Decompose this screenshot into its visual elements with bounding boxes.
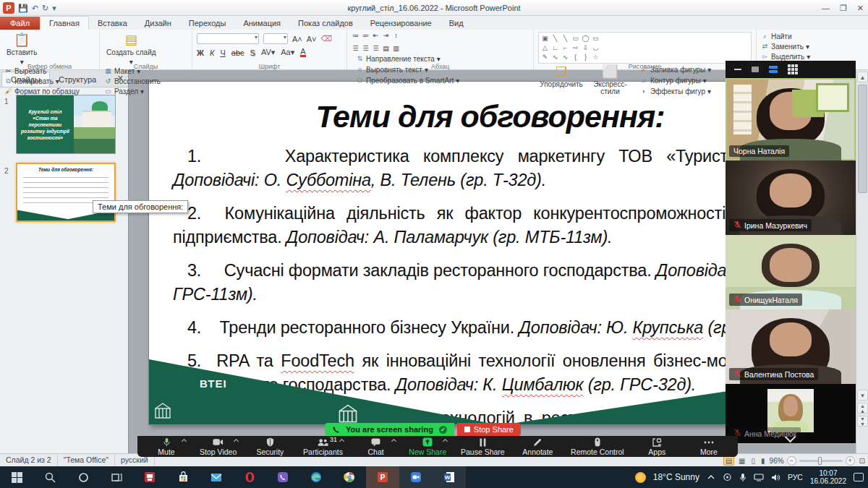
participants-button[interactable]: Participants31 — [303, 436, 343, 457]
stop-video-button[interactable]: Stop Video — [200, 436, 237, 457]
participant-tile[interactable]: Валентина Постова — [726, 309, 856, 384]
align-center-icon[interactable]: ☰ — [362, 45, 370, 53]
apps-button[interactable]: Apps — [638, 436, 676, 457]
security-button[interactable]: Security — [251, 436, 289, 457]
more-button[interactable]: More — [690, 436, 728, 457]
vertical-scrollbar[interactable]: ▲ ▼ ▲▲ ▼▼ — [856, 70, 868, 453]
change-case-icon[interactable]: Aa▾ — [281, 48, 294, 57]
columns-icon[interactable]: ▥ — [392, 45, 400, 53]
clear-formatting-icon[interactable]: ⌫ — [321, 34, 333, 43]
shape-icon[interactable]: ⇨ — [571, 43, 580, 52]
taskbar-mail-icon[interactable] — [200, 466, 233, 488]
participant-tile[interactable]: ОнищукНаталя — [726, 235, 856, 309]
ribbon-tab-вставка[interactable]: Вставка — [89, 17, 136, 30]
bullets-icon[interactable]: ≔ — [352, 32, 359, 40]
shape-icon[interactable]: ✎ — [540, 53, 550, 61]
close-button[interactable]: ✕ — [857, 2, 864, 14]
bold-icon[interactable]: Ж — [197, 48, 204, 57]
slide1-thumbnail[interactable]: Круглий стіл «Стан та перспективи розвит… — [16, 95, 116, 154]
annotate-button[interactable]: Annotate — [519, 436, 556, 457]
taskbar-powerpoint-icon[interactable]: P — [366, 466, 399, 488]
zoom-in-icon[interactable]: + — [846, 456, 855, 466]
ribbon-tab-рецензирование[interactable]: Рецензирование — [362, 17, 441, 30]
fit-to-window-icon[interactable]: ⊡ — [858, 457, 867, 465]
shape-icon[interactable]: ∟ — [550, 43, 560, 52]
section-button[interactable]: ▭Раздел ▾ — [104, 87, 161, 96]
collapse-videos-icon[interactable] — [786, 433, 796, 439]
mute-button[interactable]: Mute — [148, 436, 185, 457]
reset-button[interactable]: ↺Восстановить — [104, 77, 161, 86]
taskbar-zoom-app-icon[interactable] — [399, 466, 433, 488]
smartart-button[interactable]: ⬡Преобразовать в SmartArt ▾ — [356, 76, 459, 85]
character-spacing-icon[interactable]: AV▾ — [261, 48, 275, 57]
paste-button[interactable]: 📋Вставить▾ — [4, 32, 39, 67]
taskbar-edge-icon[interactable] — [299, 466, 333, 488]
normal-view-icon[interactable]: ▤ — [723, 456, 734, 466]
strikethrough-icon[interactable]: abc — [231, 48, 244, 57]
scroll-up-icon[interactable]: ▲ — [857, 72, 868, 82]
align-left-icon[interactable]: ☰ — [352, 45, 359, 53]
new-share-button[interactable]: New Share — [409, 436, 446, 457]
participant-tile[interactable]: Ірина Мазуркевич — [726, 160, 856, 235]
minimize-button[interactable]: — — [822, 2, 830, 14]
shape-icon[interactable]: { — [571, 53, 580, 61]
shape-icon[interactable]: △ — [540, 43, 550, 52]
font-size-combobox[interactable] — [263, 33, 288, 44]
chevron-up-icon[interactable] — [339, 439, 344, 442]
taskbar-onec-icon[interactable] — [133, 466, 166, 488]
line-spacing-icon[interactable]: ↕ — [392, 32, 400, 40]
replace-button[interactable]: ⇄Заменить ▾ — [761, 42, 810, 51]
reading-view-icon[interactable]: ▯ — [750, 457, 757, 465]
pause-share-button[interactable]: Pause Share — [461, 436, 505, 457]
taskbar-clock[interactable]: 10:0716.06.2022 — [810, 469, 846, 485]
ribbon-tab-главная[interactable]: Главная — [40, 16, 89, 30]
ribbon-tab-анимация[interactable]: Анимация — [234, 17, 289, 30]
remote-control-button[interactable]: Remote Control — [571, 436, 624, 457]
numbering-icon[interactable]: ≕ — [362, 32, 370, 40]
tray-mic-icon[interactable] — [739, 473, 746, 482]
increase-indent-icon[interactable]: ⇥ — [382, 32, 390, 40]
taskbar-start-button[interactable] — [0, 466, 33, 488]
weather-sun-icon[interactable] — [635, 472, 646, 483]
scroll-down-icon[interactable]: ▼ — [857, 390, 868, 401]
shape-icon[interactable]: ╲ — [561, 34, 570, 43]
shape-icon[interactable]: ∿ — [561, 53, 570, 61]
tray-app-icon[interactable] — [723, 473, 732, 481]
previous-slide-button[interactable]: ▲▲ — [857, 403, 868, 414]
ribbon-tab-вид[interactable]: Вид — [441, 17, 472, 30]
taskbar-chrome-icon[interactable] — [333, 466, 366, 488]
input-language[interactable]: РУС — [788, 473, 803, 481]
underline-icon[interactable]: Ч — [220, 48, 225, 57]
find-button[interactable]: ⌕Найти — [761, 32, 810, 41]
shapes-gallery[interactable]: ▣╲╲▭◯▭△∟⌐⇨⇩◡✎∿∿{}☆ — [538, 32, 752, 64]
ribbon-tab-файл[interactable]: Файл — [0, 17, 40, 30]
taskbar-store-icon[interactable] — [166, 466, 200, 488]
decrease-indent-icon[interactable]: ⇤ — [372, 32, 380, 40]
font-name-combobox[interactable] — [197, 33, 259, 44]
tray-chevron-icon[interactable] — [707, 474, 715, 480]
zoom-slider[interactable] — [799, 460, 843, 462]
shape-icon[interactable]: ⌐ — [561, 43, 570, 52]
taskbar-opera-icon[interactable] — [233, 466, 266, 488]
shape-icon[interactable]: ◡ — [591, 43, 600, 52]
chevron-up-icon[interactable] — [391, 439, 396, 442]
next-slide-button[interactable]: ▼▼ — [857, 416, 868, 427]
chevron-up-icon[interactable] — [182, 439, 187, 442]
shape-icon[interactable]: } — [581, 53, 590, 61]
taskbar-word-icon[interactable]: W — [433, 466, 466, 488]
shape-icon[interactable]: ⇩ — [581, 43, 590, 52]
tray-display-icon[interactable] — [754, 474, 764, 481]
italic-icon[interactable]: К — [210, 48, 214, 57]
chevron-up-icon[interactable] — [234, 439, 239, 442]
taskbar-viber-icon[interactable] — [266, 466, 299, 488]
font-color-icon[interactable]: A — [300, 48, 305, 57]
slideshow-icon[interactable]: ▮ — [760, 457, 767, 465]
justify-icon[interactable]: ▤ — [382, 45, 390, 53]
text-shadow-icon[interactable]: S — [250, 48, 255, 57]
slide-sorter-icon[interactable]: ▦ — [737, 457, 746, 465]
grow-font-icon[interactable]: A˄ — [292, 35, 302, 43]
grid-view-icon[interactable] — [788, 64, 798, 74]
shape-icon[interactable]: ∿ — [550, 53, 560, 61]
align-right-icon[interactable]: ☰ — [372, 45, 380, 53]
action-center-icon[interactable] — [854, 473, 864, 481]
